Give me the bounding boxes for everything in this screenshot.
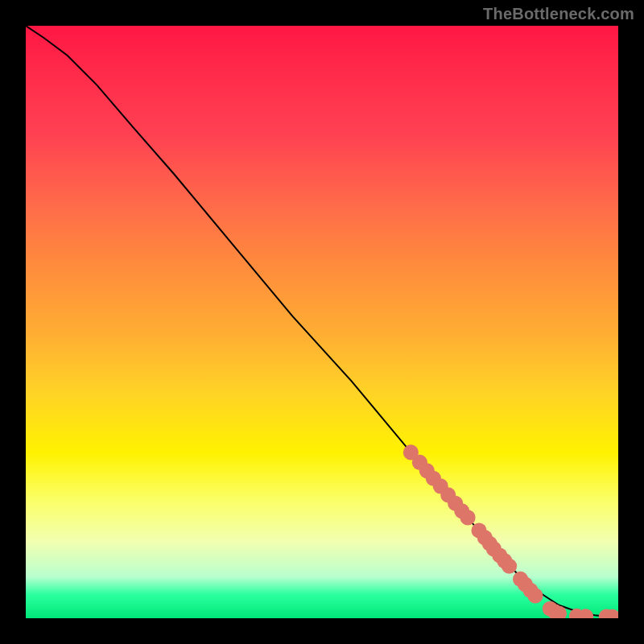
watermark-label: TheBottleneck.com [483,5,634,23]
plot-area [26,26,618,618]
chart-frame: TheBottleneck.com [0,0,644,644]
chart-overlay [26,26,618,618]
curve-line [26,26,618,617]
data-point [527,588,543,603]
data-point [502,559,517,574]
data-point [460,510,475,525]
